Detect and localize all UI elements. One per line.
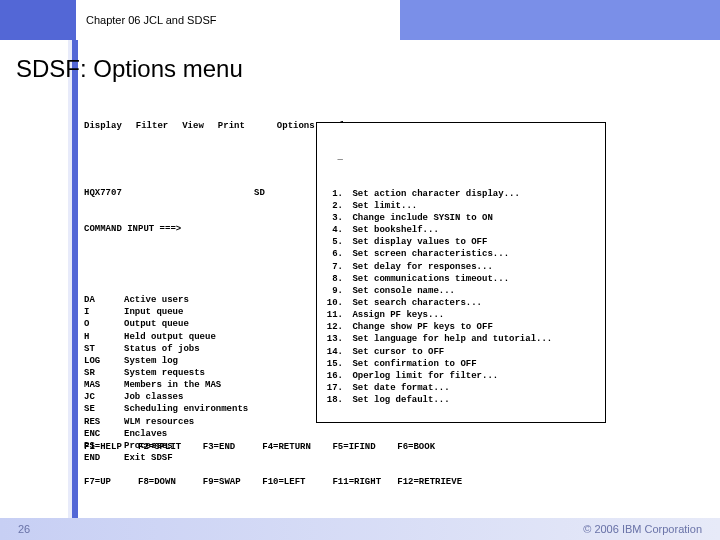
option-label: Set date format... [347, 382, 450, 394]
chapter-label: Chapter 06 JCL and SDSF [86, 14, 216, 26]
options-popup: _ 1. Set action character display...2. S… [316, 122, 606, 423]
option-number: 11. [319, 309, 343, 321]
option-number: 1. [319, 188, 343, 200]
menu-print[interactable]: Print [218, 121, 245, 131]
option-number: 10. [319, 297, 343, 309]
cmd-key: MAS [84, 379, 124, 391]
option-item-15[interactable]: 15. Set confirmation to OFF [319, 358, 605, 370]
option-label: Set bookshelf... [347, 224, 439, 236]
option-label: Set display values to OFF [347, 236, 487, 248]
option-label: Set console name... [347, 285, 455, 297]
option-label: Set action character display... [347, 188, 520, 200]
option-label: Set limit... [347, 200, 417, 212]
option-item-8[interactable]: 8. Set communications timeout... [319, 273, 605, 285]
option-label: Set log default... [347, 394, 450, 406]
option-item-14[interactable]: 14. Set cursor to OFF [319, 346, 605, 358]
cmd-key: SE [84, 403, 124, 415]
option-item-7[interactable]: 7. Set delay for responses... [319, 261, 605, 273]
option-number: 13. [319, 333, 343, 345]
header-band: Chapter 06 JCL and SDSF [0, 0, 720, 40]
option-label: Set confirmation to OFF [347, 358, 477, 370]
slide-title: SDSF: Options menu [16, 55, 243, 83]
footer: 26 © 2006 IBM Corporation [0, 518, 720, 540]
cmd-key: LOG [84, 355, 124, 367]
option-number: 5. [319, 236, 343, 248]
option-item-17[interactable]: 17. Set date format... [319, 382, 605, 394]
function-keys: F1=HELP F2=SPLIT F3=END F4=RETURN F5=IFI… [84, 418, 694, 500]
option-label: Assign PF keys... [347, 309, 444, 321]
cmd-key: SR [84, 367, 124, 379]
option-number: 3. [319, 212, 343, 224]
option-label: Set delay for responses... [347, 261, 493, 273]
menu-options[interactable]: Options [277, 121, 315, 131]
option-item-18[interactable]: 18. Set log default... [319, 394, 605, 406]
option-item-13[interactable]: 13. Set language for help and tutorial..… [319, 333, 605, 345]
menu-view[interactable]: View [182, 121, 204, 131]
cmd-key: I [84, 306, 124, 318]
option-number: 6. [319, 248, 343, 260]
option-item-9[interactable]: 9. Set console name... [319, 285, 605, 297]
option-number: 14. [319, 346, 343, 358]
option-label: Set cursor to OFF [347, 346, 444, 358]
options-entry-field[interactable]: _ [319, 151, 605, 163]
option-number: 2. [319, 200, 343, 212]
option-item-1[interactable]: 1. Set action character display... [319, 188, 605, 200]
option-item-2[interactable]: 2. Set limit... [319, 200, 605, 212]
option-item-11[interactable]: 11. Assign PF keys... [319, 309, 605, 321]
option-number: 12. [319, 321, 343, 333]
option-item-10[interactable]: 10. Set search characters... [319, 297, 605, 309]
option-label: Change include SYSIN to ON [347, 212, 493, 224]
option-item-3[interactable]: 3. Change include SYSIN to ON [319, 212, 605, 224]
left-accent [0, 40, 78, 518]
cmd-key: O [84, 318, 124, 330]
option-item-4[interactable]: 4. Set bookshelf... [319, 224, 605, 236]
cmd-key: ST [84, 343, 124, 355]
option-label: Change show PF keys to OFF [347, 321, 493, 333]
option-number: 9. [319, 285, 343, 297]
page-number: 26 [18, 523, 30, 535]
session-id: HQX7707 [84, 187, 124, 199]
menu-filter[interactable]: Filter [136, 121, 168, 131]
option-item-5[interactable]: 5. Set display values to OFF [319, 236, 605, 248]
option-number: 7. [319, 261, 343, 273]
menu-display[interactable]: Display [84, 121, 122, 131]
cmd-key: JC [84, 391, 124, 403]
cmd-key: DA [84, 294, 124, 306]
option-number: 18. [319, 394, 343, 406]
option-label: Operlog limit for filter... [347, 370, 498, 382]
option-label: Set search characters... [347, 297, 482, 309]
option-item-6[interactable]: 6. Set screen characteristics... [319, 248, 605, 260]
option-number: 8. [319, 273, 343, 285]
option-number: 16. [319, 370, 343, 382]
copyright: © 2006 IBM Corporation [583, 523, 702, 535]
option-number: 17. [319, 382, 343, 394]
option-label: Set language for help and tutorial... [347, 333, 552, 345]
cmd-key: H [84, 331, 124, 343]
option-number: 15. [319, 358, 343, 370]
option-item-12[interactable]: 12. Change show PF keys to OFF [319, 321, 605, 333]
session-short: SD [254, 187, 265, 199]
option-label: Set communications timeout... [347, 273, 509, 285]
option-label: Set screen characteristics... [347, 248, 509, 260]
option-item-16[interactable]: 16. Operlog limit for filter... [319, 370, 605, 382]
option-number: 4. [319, 224, 343, 236]
